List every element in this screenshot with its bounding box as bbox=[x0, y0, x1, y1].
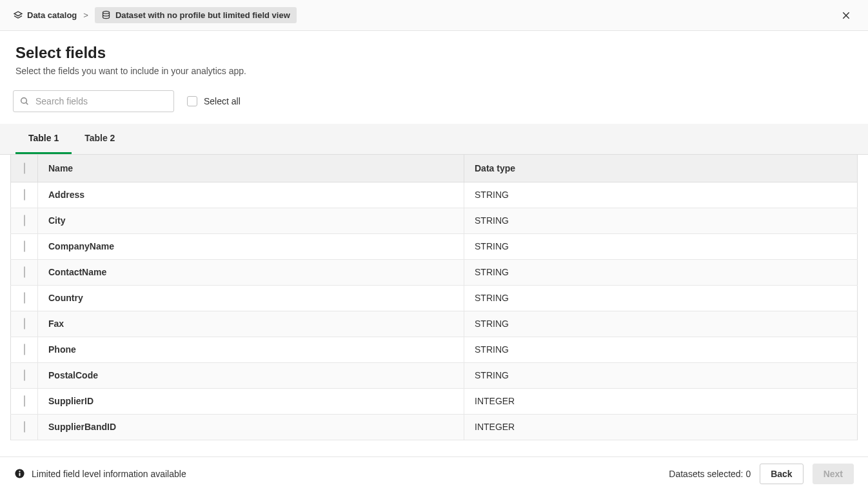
row-checkbox[interactable] bbox=[24, 344, 25, 355]
row-checkbox-cell bbox=[11, 311, 38, 337]
table-header-row: Name Data type bbox=[11, 155, 858, 182]
table-row: FaxSTRING bbox=[11, 311, 858, 337]
header-section: Select fields Select the fields you want… bbox=[0, 31, 868, 90]
table-row: PostalCodeSTRING bbox=[11, 362, 858, 388]
row-name: SupplierBandID bbox=[38, 414, 464, 440]
row-checkbox[interactable] bbox=[24, 292, 25, 304]
row-checkbox[interactable] bbox=[24, 215, 25, 226]
header-checkbox-col bbox=[11, 155, 38, 182]
row-checkbox[interactable] bbox=[24, 318, 25, 329]
row-type: STRING bbox=[464, 259, 858, 285]
page-title: Select fields bbox=[15, 44, 853, 62]
breadcrumb-current-label: Dataset with no profile but limited fiel… bbox=[115, 10, 290, 20]
database-icon bbox=[101, 10, 111, 20]
select-all-checkbox[interactable] bbox=[187, 96, 197, 106]
svg-point-4 bbox=[21, 98, 27, 104]
table-row: PhoneSTRING bbox=[11, 337, 858, 362]
row-type: STRING bbox=[464, 208, 858, 233]
row-type: STRING bbox=[464, 285, 858, 311]
row-checkbox[interactable] bbox=[24, 266, 25, 278]
footer-info: Limited field level information availabl… bbox=[14, 468, 186, 479]
close-icon bbox=[841, 10, 851, 21]
row-checkbox-cell bbox=[11, 208, 38, 233]
table-row: CountrySTRING bbox=[11, 285, 858, 311]
info-icon bbox=[14, 468, 25, 479]
row-checkbox-cell bbox=[11, 414, 38, 440]
row-checkbox-cell bbox=[11, 259, 38, 285]
row-checkbox[interactable] bbox=[24, 395, 25, 407]
row-checkbox-cell bbox=[11, 182, 38, 208]
search-input[interactable] bbox=[13, 90, 174, 112]
row-checkbox[interactable] bbox=[24, 421, 25, 433]
table-row: CitySTRING bbox=[11, 208, 858, 233]
table-row: ContactNameSTRING bbox=[11, 259, 858, 285]
back-button[interactable]: Back bbox=[760, 464, 803, 484]
tabs-row: Table 1 Table 2 bbox=[0, 124, 868, 155]
breadcrumb-separator: > bbox=[83, 10, 88, 20]
row-type: STRING bbox=[464, 311, 858, 337]
table-row: SupplierBandIDINTEGER bbox=[11, 414, 858, 440]
footer-status-count: 0 bbox=[745, 469, 751, 479]
close-button[interactable] bbox=[837, 6, 855, 24]
svg-point-7 bbox=[19, 471, 20, 472]
row-type: INTEGER bbox=[464, 414, 858, 440]
table-row: CompanyNameSTRING bbox=[11, 233, 858, 259]
row-name: City bbox=[38, 208, 464, 233]
page-subtitle: Select the fields you want to include in… bbox=[15, 66, 853, 76]
row-name: SupplierID bbox=[38, 388, 464, 414]
svg-line-5 bbox=[26, 103, 28, 104]
table-row: SupplierIDINTEGER bbox=[11, 388, 858, 414]
tab-table-1[interactable]: Table 1 bbox=[15, 124, 72, 154]
row-checkbox[interactable] bbox=[24, 369, 25, 381]
search-field-wrap bbox=[13, 90, 174, 112]
row-checkbox-cell bbox=[11, 285, 38, 311]
header-checkbox[interactable] bbox=[24, 162, 25, 174]
controls-row: Select all bbox=[0, 90, 868, 124]
row-checkbox-cell bbox=[11, 233, 38, 259]
breadcrumb: Data catalog > Dataset with no profile b… bbox=[13, 7, 297, 23]
header-name[interactable]: Name bbox=[38, 155, 464, 182]
footer-info-text: Limited field level information availabl… bbox=[32, 469, 186, 479]
select-all[interactable]: Select all bbox=[187, 96, 241, 106]
row-type: STRING bbox=[464, 362, 858, 388]
row-type: INTEGER bbox=[464, 388, 858, 414]
breadcrumb-root-label: Data catalog bbox=[27, 10, 77, 20]
row-name: Address bbox=[38, 182, 464, 208]
row-checkbox-cell bbox=[11, 362, 38, 388]
header-type[interactable]: Data type bbox=[464, 155, 858, 182]
next-button[interactable]: Next bbox=[813, 464, 854, 484]
row-name: PostalCode bbox=[38, 362, 464, 388]
svg-rect-8 bbox=[19, 473, 21, 476]
footer-status: Datasets selected: 0 bbox=[669, 469, 751, 479]
row-name: Fax bbox=[38, 311, 464, 337]
table-wrap: Name Data type AddressSTRINGCitySTRINGCo… bbox=[0, 155, 868, 456]
fields-table: Name Data type AddressSTRINGCitySTRINGCo… bbox=[10, 155, 858, 440]
breadcrumb-current[interactable]: Dataset with no profile but limited fiel… bbox=[95, 7, 297, 23]
row-type: STRING bbox=[464, 337, 858, 362]
table-row: AddressSTRING bbox=[11, 182, 858, 208]
row-checkbox-cell bbox=[11, 388, 38, 414]
row-checkbox[interactable] bbox=[24, 189, 25, 201]
select-all-label: Select all bbox=[204, 96, 241, 106]
tab-table-2[interactable]: Table 2 bbox=[72, 124, 128, 154]
footer-status-prefix: Datasets selected: bbox=[669, 469, 745, 479]
row-checkbox[interactable] bbox=[24, 240, 25, 252]
layers-icon bbox=[13, 10, 23, 21]
breadcrumb-root[interactable]: Data catalog bbox=[13, 10, 77, 21]
svg-point-1 bbox=[103, 11, 109, 14]
search-icon bbox=[19, 96, 30, 106]
row-checkbox-cell bbox=[11, 337, 38, 362]
svg-marker-0 bbox=[14, 12, 22, 16]
footer: Limited field level information availabl… bbox=[0, 456, 868, 490]
row-type: STRING bbox=[464, 182, 858, 208]
row-name: Phone bbox=[38, 337, 464, 362]
row-name: CompanyName bbox=[38, 233, 464, 259]
row-name: Country bbox=[38, 285, 464, 311]
topbar: Data catalog > Dataset with no profile b… bbox=[0, 0, 868, 31]
row-name: ContactName bbox=[38, 259, 464, 285]
row-type: STRING bbox=[464, 233, 858, 259]
